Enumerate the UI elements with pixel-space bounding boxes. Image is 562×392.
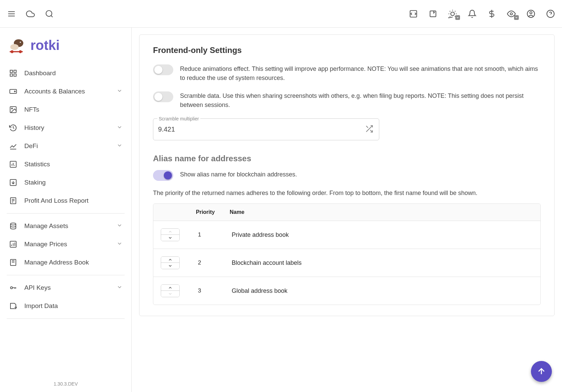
staking-icon <box>9 178 18 187</box>
move-up-button[interactable] <box>161 285 179 291</box>
cloud-icon[interactable] <box>26 9 35 19</box>
logo-text: rotki <box>30 38 60 53</box>
priority-value: 3 <box>190 280 224 302</box>
move-down-button[interactable] <box>161 291 179 297</box>
sidebar-item-import-data[interactable]: Import Data <box>3 297 128 315</box>
sidebar-item-label: Import Data <box>24 302 58 310</box>
sidebar-item-staking[interactable]: Staking <box>3 173 128 192</box>
priority-table: Priority Name 1 Private address book 2 B… <box>153 203 541 305</box>
svg-line-4 <box>51 16 53 17</box>
sidebar-item-manage-assets[interactable]: Manage Assets <box>3 217 128 235</box>
svg-line-10 <box>450 11 451 11</box>
priority-name: Global address book <box>224 280 540 302</box>
table-head-name: Name <box>224 204 540 221</box>
logo-icon <box>7 36 26 55</box>
priority-name: Blockchain account labels <box>224 252 540 274</box>
help-icon[interactable] <box>546 9 555 19</box>
svg-line-15 <box>455 11 456 11</box>
sidebar-item-label: Manage Prices <box>24 241 67 248</box>
chevron-down-icon <box>117 284 123 292</box>
chevron-down-icon <box>117 222 123 230</box>
move-up-button[interactable] <box>161 229 179 235</box>
input-label: Scramble multiplier <box>157 116 200 121</box>
menu-icon[interactable] <box>7 9 16 19</box>
sidebar-item-label: Profit And Loss Report <box>24 197 88 204</box>
dollar-icon[interactable] <box>487 9 496 19</box>
move-down-button[interactable] <box>161 235 179 241</box>
scramble-multiplier-input[interactable] <box>158 122 361 137</box>
sidebar-item-accounts[interactable]: Accounts & Balances <box>3 82 128 101</box>
svg-point-24 <box>10 44 19 50</box>
svg-line-9 <box>448 17 453 18</box>
scramble-multiplier-field: Scramble multiplier <box>153 118 379 140</box>
table-row: 2 Blockchain account labels <box>153 249 540 277</box>
topbar <box>0 0 562 28</box>
priority-value: 1 <box>190 224 224 246</box>
note-icon[interactable] <box>428 9 438 19</box>
svg-point-3 <box>46 10 52 16</box>
section-title: Frontend-only Settings <box>153 46 541 55</box>
sidebar-item-label: Accounts & Balances <box>24 88 85 95</box>
chevron-down-icon[interactable] <box>514 15 519 20</box>
sidebar-item-statistics[interactable]: Statistics <box>3 155 128 173</box>
reduce-animations-toggle[interactable] <box>153 64 173 75</box>
chevron-down-icon <box>117 124 123 132</box>
sidebar-item-dashboard[interactable]: Dashboard <box>3 64 128 82</box>
prices-icon <box>9 240 18 249</box>
shuffle-icon[interactable] <box>365 124 374 135</box>
code-icon[interactable] <box>409 9 418 19</box>
svg-rect-28 <box>14 70 16 73</box>
sidebar-item-nfts[interactable]: NFTs <box>3 101 128 119</box>
version-label: 1.30.3.DEV <box>0 376 131 392</box>
stats-icon <box>9 160 18 169</box>
user-icon[interactable] <box>526 9 536 19</box>
sidebar-item-label: Manage Assets <box>24 222 68 230</box>
svg-point-19 <box>530 11 532 14</box>
image-icon <box>9 105 18 114</box>
move-up-button[interactable] <box>161 257 179 263</box>
sidebar-item-history[interactable]: History <box>3 119 128 137</box>
svg-rect-29 <box>10 74 12 76</box>
chevron-down-icon <box>117 142 123 150</box>
svg-point-54 <box>10 287 12 289</box>
search-icon[interactable] <box>45 9 54 19</box>
sidebar-item-address-book[interactable]: Manage Address Book <box>3 253 128 272</box>
sidebar-item-api-keys[interactable]: API Keys <box>3 279 128 297</box>
svg-point-32 <box>15 91 16 92</box>
sidebar-item-label: Manage Address Book <box>24 259 89 266</box>
table-row: 3 Global address book <box>153 277 540 305</box>
chart-line-icon <box>9 142 18 150</box>
priority-desc: The priority of the returned names adher… <box>153 190 541 197</box>
alias-toggle[interactable] <box>153 170 173 181</box>
scramble-data-toggle[interactable] <box>153 91 173 102</box>
sidebar-item-manage-prices[interactable]: Manage Prices <box>3 235 128 253</box>
chevron-down-icon <box>117 88 123 95</box>
scramble-data-desc: Scramble data. Use this when sharing scr… <box>180 91 541 110</box>
move-down-button[interactable] <box>161 263 179 269</box>
svg-rect-6 <box>430 11 436 17</box>
report-icon <box>9 196 18 205</box>
sidebar-item-label: Statistics <box>24 161 50 168</box>
priority-value: 2 <box>190 252 224 274</box>
sidebar: rotki Dashboard Accounts & Balances NFTs… <box>0 28 132 392</box>
svg-point-17 <box>510 12 513 15</box>
key-icon <box>9 283 18 292</box>
assets-icon <box>9 222 18 230</box>
sidebar-item-pnl[interactable]: Profit And Loss Report <box>3 192 128 210</box>
table-row: 1 Private address book <box>153 221 540 249</box>
main-content: Frontend-only Settings Reduce animations… <box>132 28 562 392</box>
wallet-icon <box>9 87 18 96</box>
chevron-down-icon[interactable] <box>455 15 460 20</box>
svg-line-14 <box>450 16 451 17</box>
svg-point-25 <box>10 50 14 53</box>
dashboard-icon <box>9 69 18 78</box>
table-head-priority: Priority <box>190 204 224 221</box>
svg-point-46 <box>10 223 16 225</box>
chevron-down-icon <box>117 241 123 248</box>
sidebar-item-defi[interactable]: DeFi <box>3 137 128 155</box>
reduce-animations-desc: Reduce animations effect. This setting w… <box>180 64 541 83</box>
alias-section-title: Alias name for addresses <box>153 154 541 163</box>
svg-rect-27 <box>10 70 12 73</box>
scroll-top-button[interactable] <box>531 361 552 382</box>
bell-icon[interactable] <box>467 9 477 19</box>
